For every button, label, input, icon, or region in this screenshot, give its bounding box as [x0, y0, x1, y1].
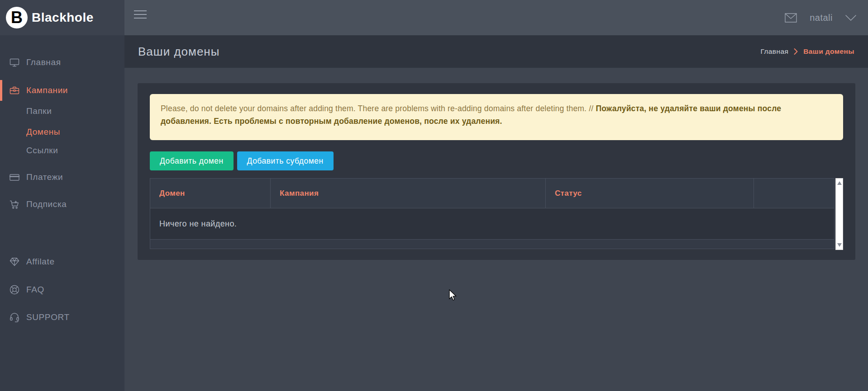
domains-table: Домен Кампания Статус Ничего не найдено. — [150, 178, 835, 240]
sidebar-item-folders[interactable]: Папки — [0, 101, 124, 122]
column-header-status: Статус — [545, 179, 754, 208]
topbar: B Blackhole natali — [0, 0, 868, 35]
sidebar-item-payments[interactable]: Платежи — [0, 167, 124, 188]
chevron-down-icon[interactable] — [845, 15, 856, 21]
brand-logo-letter: B — [11, 9, 23, 26]
sidebar-item-faq[interactable]: FAQ — [0, 279, 124, 300]
add-subdomain-button[interactable]: Добавить субдомен — [237, 151, 334, 170]
actions-row: Добавить домен Добавить субдомен — [150, 151, 843, 170]
table-footer — [150, 240, 835, 249]
sidebar-item-label: Платежи — [26, 172, 63, 182]
sidebar-item-support[interactable]: SUPPORT — [0, 307, 124, 328]
mail-icon[interactable] — [785, 13, 797, 23]
sidebar-item-affilate[interactable]: Affilate — [0, 251, 124, 272]
sidebar-item-label: Подписка — [26, 199, 67, 209]
sidebar-item-label: Кампании — [26, 85, 68, 95]
column-header-domain: Домен — [150, 179, 271, 208]
table-header-row: Домен Кампания Статус — [150, 179, 835, 208]
brand-logo-icon: B — [6, 7, 28, 28]
credit-card-icon — [9, 172, 20, 183]
sidebar-item-label: Папки — [26, 106, 52, 116]
sidebar-item-home[interactable]: Главная — [0, 52, 124, 73]
topbar-right: natali — [785, 0, 856, 35]
breadcrumb-home-link[interactable]: Главная — [760, 47, 788, 56]
sidebar-item-label: Ссылки — [26, 146, 58, 155]
cart-plus-icon — [9, 199, 20, 210]
monitor-icon — [9, 57, 20, 68]
empty-state-message: Ничего не найдено. — [150, 208, 835, 240]
breadcrumb-current: Ваши домены — [803, 47, 854, 56]
add-domain-button[interactable]: Добавить домен — [150, 151, 234, 170]
table-row: Ничего не найдено. — [150, 208, 835, 240]
sidebar-item-subscription[interactable]: Подписка — [0, 194, 124, 215]
sidebar-item-label: Affilate — [26, 257, 55, 267]
sidebar-item-label: Домены — [26, 127, 60, 137]
sidebar-item-label: FAQ — [26, 285, 44, 295]
sidebar-item-links[interactable]: Ссылки — [0, 140, 124, 161]
gem-icon — [9, 256, 20, 267]
sidebar-item-label: Главная — [26, 57, 61, 67]
headset-icon — [9, 312, 20, 323]
breadcrumb-separator-icon — [794, 48, 798, 55]
warning-text-en: Please, do not delete your domains after… — [161, 104, 596, 113]
sidebar-item-domains[interactable]: Домены — [0, 122, 124, 142]
column-header-actions — [754, 179, 834, 208]
main-area: Ваши домены Главная Ваши домены Please, … — [124, 35, 868, 391]
content-card: Please, do not delete your domains after… — [138, 83, 855, 260]
warning-banner: Please, do not delete your domains after… — [150, 94, 843, 140]
table-scrollbar[interactable] — [835, 178, 843, 250]
app-window: B Blackhole natali — [0, 0, 868, 391]
life-ring-icon — [9, 284, 20, 295]
sidebar: Главная Кампании Папки Домены Ссылки — [0, 35, 124, 391]
menu-toggle-icon[interactable] — [134, 10, 147, 21]
username-label[interactable]: natali — [810, 13, 833, 23]
briefcase-icon — [9, 85, 20, 96]
scroll-up-icon[interactable] — [837, 181, 842, 185]
scroll-down-icon[interactable] — [837, 243, 842, 247]
sidebar-item-campaigns[interactable]: Кампании — [0, 80, 124, 101]
page-title: Ваши домены — [138, 45, 219, 59]
domains-table-zone: Домен Кампания Статус Ничего не найдено. — [150, 178, 843, 249]
sidebar-item-label: SUPPORT — [26, 312, 70, 322]
breadcrumb: Главная Ваши домены — [760, 47, 854, 56]
page-header: Ваши домены Главная Ваши домены — [124, 35, 868, 68]
brand-name: Blackhole — [32, 10, 94, 25]
brand-logo[interactable]: B Blackhole — [0, 0, 124, 35]
column-header-campaign: Кампания — [271, 179, 546, 208]
